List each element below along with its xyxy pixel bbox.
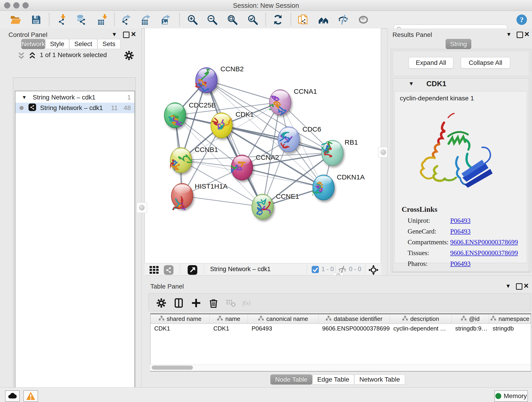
table-panel-close-icon[interactable]: × [524,283,529,288]
memory-button[interactable]: Memory [494,390,528,402]
column-header-database-identifier[interactable]: database identifier [318,314,390,324]
control-panel-float-icon[interactable] [123,32,129,38]
cell-namespace[interactable]: stringdb [489,324,531,333]
export-image-icon[interactable] [160,13,172,26]
table-panel-menu-icon[interactable]: ▼ [505,283,511,289]
column-header-shared-name[interactable]: shared name [151,314,210,324]
collection-collapse-icon[interactable]: ▼ [22,95,27,100]
expand-all-button[interactable]: Expand All [409,57,453,69]
expand-all-networks-icon[interactable] [29,51,36,60]
node-CDC6[interactable] [278,127,300,152]
node-CCNA1[interactable] [269,89,291,115]
copy-network-style-icon[interactable] [297,13,309,26]
help-icon[interactable]: ? [515,13,528,26]
crosslink-link[interactable]: P06493 [450,217,471,224]
open-in-browser-icon[interactable] [186,264,199,276]
open-session-icon[interactable] [9,13,22,26]
network-collection-row[interactable]: ▼ String Network – cdk1 1 [15,92,134,103]
zoom-in-icon[interactable] [186,13,199,26]
tab-node-table[interactable]: Node Table [270,375,312,385]
add-column-icon[interactable] [190,297,202,309]
zoom-fit-icon[interactable] [226,13,239,26]
columns-icon[interactable] [172,297,185,309]
tab-network-table[interactable]: Network Table [354,375,405,385]
selected-checkbox-icon[interactable] [311,265,320,274]
results-panel-close-icon[interactable]: × [525,32,529,37]
node-CCNE1[interactable] [252,194,273,220]
cell-shared-name[interactable]: CDK1 [151,324,210,333]
network-row-selected[interactable]: String Network – cdk1 11 48 [15,103,134,113]
tab-edge-table[interactable]: Edge Table [312,375,354,385]
function-builder-icon[interactable]: f(x) [242,297,254,309]
tab-sets[interactable]: Sets [97,39,120,49]
node-CDK1[interactable] [210,113,233,138]
node-CDKN1A[interactable] [312,175,335,200]
control-panel-menu-icon[interactable]: ▼ [112,31,117,38]
node-HIST1H1A[interactable] [171,183,193,209]
table-hscrollbar[interactable] [150,364,531,370]
column-header-name[interactable]: name [210,314,248,324]
import-network-database-icon[interactable] [75,13,87,26]
node-CCNA2[interactable] [231,155,253,180]
column-header-canonical-name[interactable]: canonical name [248,314,318,324]
delete-table-icon[interactable] [225,297,237,309]
import-network-icon[interactable] [56,13,68,26]
attribute-tree-icon [217,315,223,323]
position-crosshair-icon[interactable] [367,264,380,276]
column-header-@id[interactable]: @id [452,314,489,324]
delete-column-icon[interactable] [207,297,220,309]
crosslink-link[interactable]: 9606.ENSP00000378699 [450,249,518,257]
node-CCNB2[interactable] [196,67,217,93]
table-hscrollbar-thumb[interactable] [152,366,193,370]
refresh-layout-icon[interactable] [272,13,284,26]
left-splitter-handle[interactable] [137,202,147,213]
cell-description[interactable]: cyclin-dependent … [390,324,452,333]
collapse-all-button[interactable]: Collapse All [461,57,510,69]
tab-string[interactable]: String [446,39,471,49]
column-header-namespace[interactable]: namespace [489,314,531,324]
cell-@id[interactable]: stringdb:9… [452,324,489,333]
collection-label: String Network – cdk1 [33,94,95,101]
export-network-icon[interactable] [120,13,133,26]
hide-selected-icon[interactable] [337,13,349,26]
show-all-icon[interactable] [357,13,370,26]
string-badge-icon[interactable] [162,264,175,276]
results-panel-menu-icon[interactable]: ▼ [506,31,512,38]
column-header-description[interactable]: description [390,314,452,324]
toolbar-separator [49,13,50,26]
protein-thumbnail [196,69,217,95]
cell-name[interactable]: CDK1 [210,324,248,333]
crosslink-link[interactable]: P06493 [450,260,471,268]
tab-network[interactable]: Network [21,39,45,49]
cell-database-identifier[interactable]: 9606.ENSP00000378699 [318,324,390,333]
tab-style[interactable]: Style [45,39,69,49]
cloud-services-button[interactable] [5,390,20,402]
node-table[interactable]: shared nameCDK1nameCDK1canonical nameP06… [150,313,531,371]
birdseye-grid-icon[interactable] [148,264,160,276]
node-RB1[interactable] [322,140,343,166]
crosslink-label: Uniprot: [408,217,450,224]
export-table-icon[interactable] [140,13,152,26]
import-table-icon[interactable] [96,13,108,26]
attribute-tree-icon [490,315,496,323]
control-panel-close-icon[interactable]: × [131,32,136,37]
node-CDC25B[interactable] [164,102,186,128]
protein-collapse-icon[interactable]: ▼ [409,80,414,87]
crosslink-link[interactable]: P06493 [450,228,471,235]
tab-select[interactable]: Select [69,39,97,49]
warnings-button[interactable] [23,390,38,402]
node-CCNB1[interactable] [170,147,192,173]
table-panel-float-icon[interactable] [516,283,522,290]
attribute-tree-icon [461,315,467,323]
zoom-selected-icon[interactable] [247,13,259,26]
network-options-gear-icon[interactable] [124,50,134,62]
collapse-all-networks-icon[interactable] [18,51,25,60]
cell-canonical-name[interactable]: P06493 [248,324,318,333]
save-session-icon[interactable] [30,13,42,26]
first-neighbors-icon[interactable] [317,13,330,26]
results-panel-float-icon[interactable] [517,32,523,38]
crosslink-link[interactable]: 9606.ENSP00000378699 [450,238,518,246]
network-canvas[interactable]: CCNB2CCNA1CDC25BCDK1CDC6RB1CCNB1CCNA2CDK… [145,28,381,263]
gear-icon[interactable] [155,297,167,309]
zoom-out-icon[interactable] [206,13,218,26]
